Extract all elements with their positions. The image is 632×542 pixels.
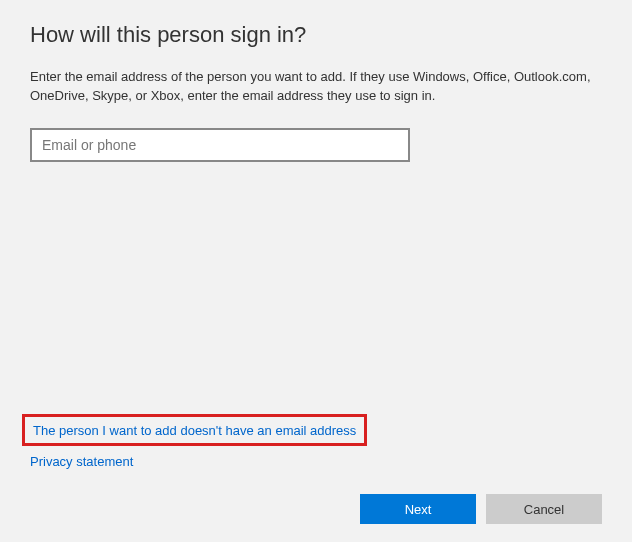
email-input[interactable]: [30, 128, 410, 162]
dialog-content: How will this person sign in? Enter the …: [0, 0, 632, 162]
next-button[interactable]: Next: [360, 494, 476, 524]
button-row: Next Cancel: [360, 494, 602, 524]
links-area: The person I want to add doesn't have an…: [22, 414, 367, 470]
no-email-link[interactable]: The person I want to add doesn't have an…: [33, 423, 356, 438]
highlight-box: The person I want to add doesn't have an…: [22, 414, 367, 446]
description-text: Enter the email address of the person yo…: [30, 68, 602, 106]
page-title: How will this person sign in?: [30, 22, 602, 48]
privacy-link[interactable]: Privacy statement: [30, 454, 133, 469]
cancel-button[interactable]: Cancel: [486, 494, 602, 524]
